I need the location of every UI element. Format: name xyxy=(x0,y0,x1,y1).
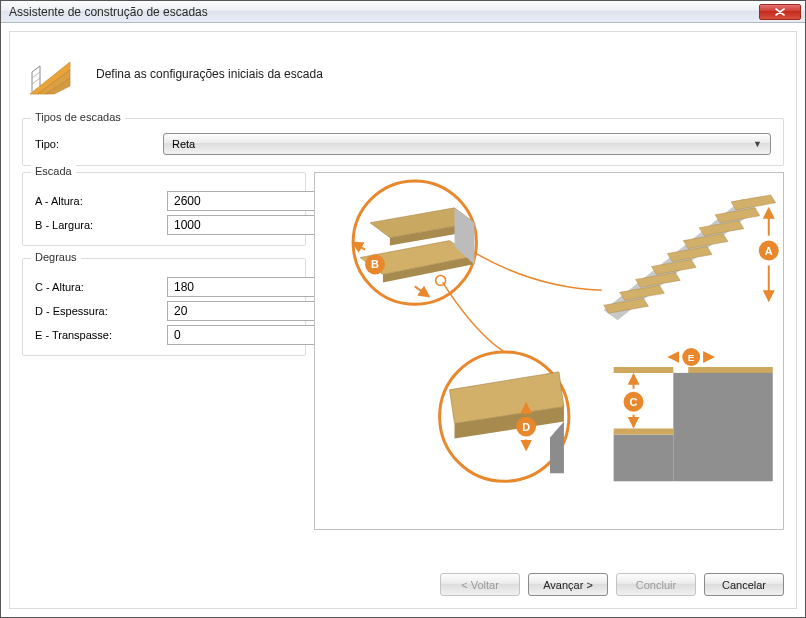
stair-diagram: B xyxy=(314,172,784,530)
input-d-espessura[interactable] xyxy=(167,301,331,321)
group-title-escada: Escada xyxy=(31,165,76,177)
label-e-transpasse: E - Transpasse: xyxy=(35,329,159,341)
stair-wizard-icon xyxy=(26,50,74,98)
label-a-altura: A - Altura: xyxy=(35,195,159,207)
back-button: < Voltar xyxy=(440,573,520,596)
label-b-largura: B - Largura: xyxy=(35,219,159,231)
wizard-window: Assistente de construção de escadas xyxy=(0,0,806,618)
svg-line-7 xyxy=(32,78,40,84)
lower-area: Escada A - Altura: B - Largura: Degraus … xyxy=(22,172,784,530)
svg-marker-34 xyxy=(688,367,773,373)
group-degraus: Degraus C - Altura: D - Espessura: E - T… xyxy=(22,258,306,356)
group-stair-types: Tipos de escadas Tipo: Reta ▼ xyxy=(22,118,784,166)
svg-rect-36 xyxy=(614,435,674,482)
svg-line-6 xyxy=(32,72,40,78)
group-title-types: Tipos de escadas xyxy=(31,111,125,123)
close-button[interactable] xyxy=(759,4,801,20)
wizard-subtitle: Defina as configurações iniciais da esca… xyxy=(96,67,323,81)
label-c-altura: C - Altura: xyxy=(35,281,159,293)
diagram-marker-a: A xyxy=(765,245,773,257)
diagram-marker-b: B xyxy=(371,258,379,270)
finish-button: Concluir xyxy=(616,573,696,596)
diagram-marker-e: E xyxy=(688,352,695,363)
wizard-content: Defina as configurações iniciais da esca… xyxy=(9,31,797,609)
cancel-button[interactable]: Cancelar xyxy=(704,573,784,596)
next-button[interactable]: Avançar > xyxy=(528,573,608,596)
svg-marker-37 xyxy=(614,429,674,435)
chevron-down-icon: ▼ xyxy=(753,139,762,149)
svg-line-5 xyxy=(32,66,40,72)
close-icon xyxy=(775,8,785,16)
group-title-degraus: Degraus xyxy=(31,251,81,263)
svg-marker-33 xyxy=(614,367,674,373)
wizard-header: Defina as configurações iniciais da esca… xyxy=(22,44,784,118)
diagram-marker-d: D xyxy=(522,421,530,433)
input-e-transpasse[interactable] xyxy=(167,325,331,345)
stair-type-select[interactable]: Reta ▼ xyxy=(163,133,771,155)
stair-type-value: Reta xyxy=(172,138,195,150)
wizard-button-bar: < Voltar Avançar > Concluir Cancelar xyxy=(440,573,784,596)
input-b-largura[interactable] xyxy=(167,215,331,235)
svg-rect-35 xyxy=(673,373,772,481)
params-column: Escada A - Altura: B - Largura: Degraus … xyxy=(22,172,306,530)
titlebar: Assistente de construção de escadas xyxy=(1,1,805,23)
input-c-altura[interactable] xyxy=(167,277,331,297)
input-a-altura[interactable] xyxy=(167,191,331,211)
group-escada: Escada A - Altura: B - Largura: xyxy=(22,172,306,246)
type-label: Tipo: xyxy=(35,138,155,150)
window-title: Assistente de construção de escadas xyxy=(9,5,208,19)
diagram-marker-c: C xyxy=(630,396,638,408)
label-d-espessura: D - Espessura: xyxy=(35,305,159,317)
